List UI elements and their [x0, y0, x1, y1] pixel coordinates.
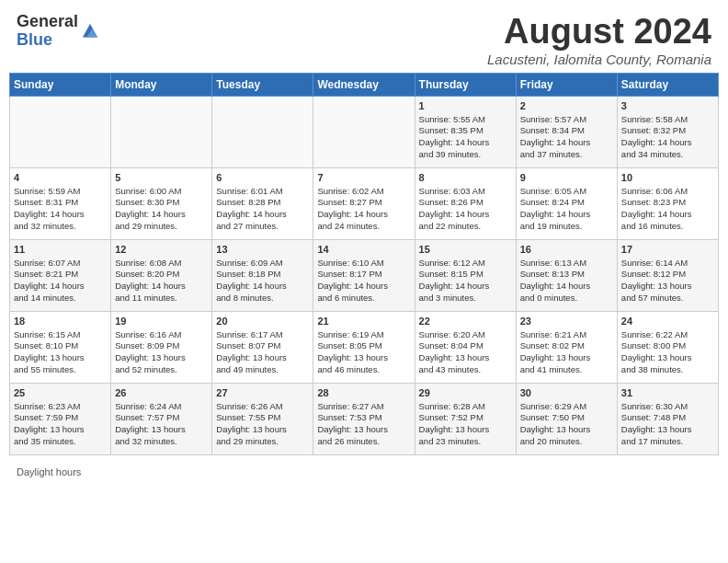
cell-text: Sunrise: 6:16 AM	[115, 329, 208, 341]
cell-text: Sunrise: 6:23 AM	[14, 401, 107, 413]
cell-text: Sunrise: 6:12 AM	[419, 258, 512, 270]
day-number: 5	[115, 171, 208, 185]
cell-text: Sunrise: 5:55 AM	[419, 114, 512, 126]
cell-text: Daylight: 13 hours	[520, 424, 613, 436]
cell-text: and 16 minutes.	[621, 221, 714, 233]
cell-text: Daylight: 14 hours	[14, 281, 107, 293]
calendar-cell: 16Sunrise: 6:13 AMSunset: 8:13 PMDayligh…	[516, 239, 617, 311]
cell-text: and 39 minutes.	[419, 149, 512, 161]
cell-text: Daylight: 14 hours	[14, 209, 107, 221]
calendar-cell: 23Sunrise: 6:21 AMSunset: 8:02 PMDayligh…	[516, 311, 617, 383]
cell-text: Daylight: 13 hours	[115, 352, 208, 364]
cell-text: Sunset: 8:04 PM	[419, 340, 512, 352]
cell-text: Sunset: 8:17 PM	[317, 269, 410, 281]
cell-text: and 32 minutes.	[14, 221, 107, 233]
day-number: 16	[520, 243, 613, 257]
day-number: 30	[520, 386, 613, 400]
logo-blue: Blue	[17, 31, 78, 50]
cell-text: and 49 minutes.	[216, 364, 309, 376]
cell-text: Sunrise: 5:57 AM	[520, 114, 613, 126]
cell-text: Sunrise: 6:08 AM	[115, 258, 208, 270]
cell-text: and 38 minutes.	[621, 364, 714, 376]
calendar-cell: 12Sunrise: 6:08 AMSunset: 8:20 PMDayligh…	[111, 239, 212, 311]
cell-text: Sunset: 7:57 PM	[115, 412, 208, 424]
calendar-cell: 1Sunrise: 5:55 AMSunset: 8:35 PMDaylight…	[415, 96, 516, 167]
calendar-cell: 10Sunrise: 6:06 AMSunset: 8:23 PMDayligh…	[617, 167, 718, 239]
header-row: Sunday Monday Tuesday Wednesday Thursday…	[10, 73, 719, 96]
cell-text: Sunrise: 6:15 AM	[14, 329, 107, 341]
cell-text: Sunset: 8:26 PM	[419, 197, 512, 209]
day-number: 4	[14, 171, 107, 185]
day-number: 9	[520, 171, 613, 185]
col-sunday: Sunday	[10, 73, 111, 96]
cell-text: Sunset: 8:34 PM	[520, 125, 613, 137]
cell-text: Daylight: 14 hours	[216, 209, 309, 221]
col-wednesday: Wednesday	[313, 73, 415, 96]
cell-text: Sunset: 8:35 PM	[419, 125, 512, 137]
calendar-week-1: 1Sunrise: 5:55 AMSunset: 8:35 PMDaylight…	[10, 96, 719, 167]
cell-text: Sunset: 7:55 PM	[216, 412, 309, 424]
calendar-cell: 9Sunrise: 6:05 AMSunset: 8:24 PMDaylight…	[516, 167, 617, 239]
cell-text: Sunset: 7:59 PM	[14, 412, 107, 424]
calendar-cell: 19Sunrise: 6:16 AMSunset: 8:09 PMDayligh…	[111, 311, 212, 383]
logo-general: General	[17, 13, 78, 31]
cell-text: and 19 minutes.	[520, 221, 613, 233]
cell-text: and 55 minutes.	[14, 364, 107, 376]
cell-text: Sunset: 8:30 PM	[115, 197, 208, 209]
cell-text: Daylight: 13 hours	[621, 281, 714, 293]
col-friday: Friday	[516, 73, 617, 96]
cell-text: Sunrise: 6:05 AM	[520, 186, 613, 198]
cell-text: and 32 minutes.	[115, 436, 208, 448]
cell-text: Sunrise: 6:26 AM	[216, 401, 309, 413]
cell-text: and 14 minutes.	[14, 293, 107, 304]
cell-text: Daylight: 14 hours	[520, 137, 613, 149]
cell-text: and 52 minutes.	[115, 364, 208, 376]
cell-text: Daylight: 13 hours	[317, 424, 410, 436]
cell-text: Sunset: 8:12 PM	[621, 269, 714, 281]
cell-text: Daylight: 14 hours	[520, 209, 613, 221]
month-title: August 2024	[487, 13, 711, 52]
calendar-cell: 22Sunrise: 6:20 AMSunset: 8:04 PMDayligh…	[415, 311, 516, 383]
cell-text: Daylight: 14 hours	[115, 281, 208, 293]
calendar-cell: 11Sunrise: 6:07 AMSunset: 8:21 PMDayligh…	[10, 239, 111, 311]
cell-text: and 43 minutes.	[419, 364, 512, 376]
calendar-cell	[313, 96, 415, 167]
col-tuesday: Tuesday	[212, 73, 313, 96]
daylight-label: Daylight hours	[17, 466, 81, 477]
header: General Blue August 2024 Lacusteni, Ialo…	[0, 0, 728, 73]
day-number: 10	[621, 171, 714, 185]
day-number: 25	[14, 386, 107, 400]
cell-text: Sunrise: 6:21 AM	[520, 329, 613, 341]
cell-text: Daylight: 13 hours	[14, 424, 107, 436]
day-number: 28	[317, 386, 410, 400]
cell-text: Daylight: 14 hours	[419, 281, 512, 293]
cell-text: Sunset: 8:24 PM	[520, 197, 613, 209]
calendar-cell: 15Sunrise: 6:12 AMSunset: 8:15 PMDayligh…	[415, 239, 516, 311]
cell-text: and 29 minutes.	[115, 221, 208, 233]
cell-text: Sunrise: 6:17 AM	[216, 329, 309, 341]
cell-text: Sunset: 7:50 PM	[520, 412, 613, 424]
cell-text: Sunrise: 6:03 AM	[419, 186, 512, 198]
day-number: 7	[317, 171, 410, 185]
calendar-week-2: 4Sunrise: 5:59 AMSunset: 8:31 PMDaylight…	[10, 167, 719, 239]
cell-text: and 26 minutes.	[317, 436, 410, 448]
cell-text: Daylight: 14 hours	[419, 137, 512, 149]
logo-icon	[80, 21, 100, 41]
day-number: 29	[419, 386, 512, 400]
day-number: 14	[317, 243, 410, 257]
day-number: 22	[419, 315, 512, 328]
day-number: 24	[621, 315, 714, 328]
calendar-cell: 28Sunrise: 6:27 AMSunset: 7:53 PMDayligh…	[313, 383, 415, 454]
day-number: 13	[216, 243, 309, 257]
cell-text: Sunrise: 5:59 AM	[14, 186, 107, 198]
cell-text: Sunset: 8:09 PM	[115, 340, 208, 352]
title-area: August 2024 Lacusteni, Ialomita County, …	[487, 13, 711, 67]
cell-text: and 20 minutes.	[520, 436, 613, 448]
calendar-cell: 4Sunrise: 5:59 AMSunset: 8:31 PMDaylight…	[10, 167, 111, 239]
cell-text: and 27 minutes.	[216, 221, 309, 233]
cell-text: Sunrise: 6:01 AM	[216, 186, 309, 198]
cell-text: Daylight: 14 hours	[115, 209, 208, 221]
day-number: 18	[14, 315, 107, 328]
calendar-week-4: 18Sunrise: 6:15 AMSunset: 8:10 PMDayligh…	[10, 311, 719, 383]
calendar-wrapper: Sunday Monday Tuesday Wednesday Thursday…	[0, 73, 728, 463]
